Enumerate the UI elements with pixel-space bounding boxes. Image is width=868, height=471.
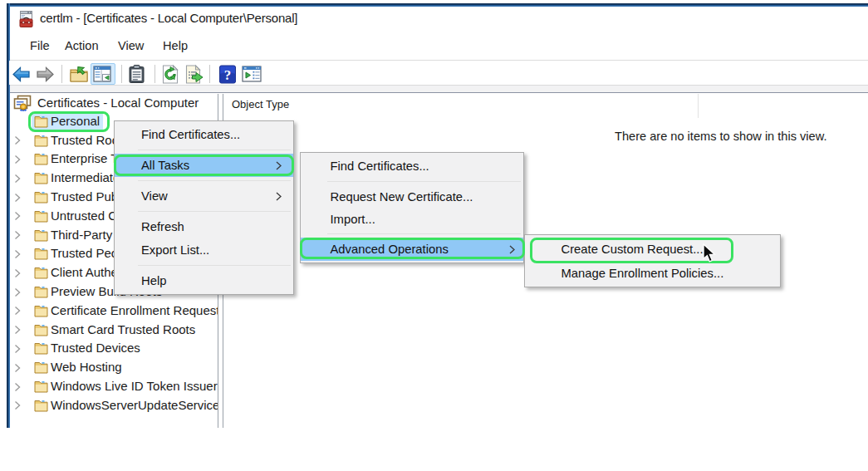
menu-item-label: All Tasks: [141, 159, 189, 172]
menu-item-manage-enrollment-policies[interactable]: Manage Enrollment Policies...: [525, 261, 781, 285]
menubar-item-file[interactable]: File: [30, 37, 50, 55]
advanced-operations-submenu: Create Custom Request...Manage Enrollmen…: [524, 234, 782, 287]
up-one-level-button[interactable]: [69, 64, 89, 85]
menu-separator: [301, 178, 523, 185]
chevron-right-icon[interactable]: [12, 363, 22, 373]
mmc-console-icon: [17, 11, 35, 28]
column-header-divider[interactable]: [698, 94, 699, 118]
folder-icon: [34, 323, 48, 336]
toolbar-separator: [121, 65, 122, 83]
chevron-right-icon[interactable]: [12, 230, 22, 240]
toolbar-separator: [209, 65, 210, 83]
menu-item-label: Help: [141, 274, 166, 287]
menu-separator: [115, 208, 293, 215]
back-button[interactable]: [12, 64, 32, 85]
menu-item-label: Find Certificates...: [331, 159, 429, 173]
window-border-top: [7, 3, 868, 7]
tree-root-label: Certificates - Local Computer: [37, 94, 199, 112]
chevron-right-icon[interactable]: [12, 193, 22, 203]
tree-item-label: Certificate Enrollment Requests: [51, 302, 218, 321]
chevron-right-icon[interactable]: [12, 174, 22, 184]
chevron-right-icon[interactable]: [12, 344, 22, 354]
menubar-item-view[interactable]: View: [118, 37, 144, 55]
folder-icon: [34, 380, 48, 393]
menu-item-view[interactable]: View: [115, 184, 293, 208]
folder-icon: [34, 266, 48, 279]
certlm-window: certlm - [Certificates - Local Computer\…: [0, 0, 868, 471]
menu-item-label: View: [141, 189, 168, 203]
chevron-right-icon[interactable]: [12, 306, 22, 316]
chevron-right-icon[interactable]: [12, 287, 22, 297]
tree-item-windows-live-id-token-issuer[interactable]: Windows Live ID Token Issuer: [10, 377, 218, 396]
forward-button[interactable]: [35, 64, 55, 85]
menu-item-advanced-operations[interactable]: Advanced Operations: [301, 238, 523, 261]
menu-item-label: Refresh: [141, 220, 184, 233]
menu-item-help[interactable]: Help: [115, 269, 293, 292]
menubar-item-help[interactable]: Help: [163, 37, 188, 55]
show-console-tree-button[interactable]: [93, 64, 111, 85]
folder-icon: [34, 171, 48, 184]
menu-item-label: Export List...: [141, 243, 209, 257]
menu-item-label: Import...: [331, 213, 375, 226]
chevron-right-icon[interactable]: [12, 135, 22, 145]
empty-view-message: There are no items to show in this view.: [615, 130, 827, 144]
tree-item-web-hosting[interactable]: Web Hosting: [10, 358, 218, 377]
tree-item-label: Smart Card Trusted Roots: [51, 321, 195, 340]
tree-item-label: WindowsServerUpdateServices: [51, 396, 218, 415]
menu-item-create-custom-request[interactable]: Create Custom Request...: [525, 237, 781, 261]
chevron-right-icon[interactable]: [12, 155, 22, 164]
folder-icon: [34, 190, 48, 204]
chevron-right-icon[interactable]: [12, 268, 22, 278]
menu-item-label: Request New Certificate...: [331, 190, 473, 204]
properties-button[interactable]: [128, 64, 145, 85]
folder-icon: [34, 209, 48, 223]
column-header-object-type[interactable]: Object Type: [232, 97, 289, 112]
tree-item-trusted-devices[interactable]: Trusted Devices: [10, 339, 218, 358]
all-tasks-submenu: Find Certificates...Request New Certific…: [300, 152, 524, 263]
menu-item-export-list[interactable]: Export List...: [115, 238, 293, 262]
menu-item-request-new-certificate[interactable]: Request New Certificate...: [301, 185, 523, 209]
mouse-cursor: [703, 243, 717, 263]
menu-separator: [115, 177, 293, 184]
menu-separator: [301, 230, 523, 238]
show-action-pane-button[interactable]: [242, 64, 262, 85]
tree-item-certificate-enrollment-requests[interactable]: Certificate Enrollment Requests: [10, 302, 218, 321]
toolbar-separator: [61, 65, 62, 83]
folder-icon: [34, 228, 48, 242]
menu-item-refresh[interactable]: Refresh: [115, 215, 293, 238]
menubar-item-action[interactable]: Action: [65, 37, 99, 55]
chevron-right-icon[interactable]: [12, 382, 22, 392]
svg-text:?: ?: [224, 67, 232, 83]
folder-icon: [34, 115, 48, 128]
tree-item-label: Personal: [51, 112, 100, 131]
menu-item-label: Advanced Operations: [331, 243, 449, 256]
chevron-right-icon[interactable]: [12, 400, 22, 410]
menu-item-find-certificates[interactable]: Find Certificates...: [301, 155, 523, 178]
chevron-right-icon[interactable]: [12, 249, 22, 259]
menu-item-all-tasks[interactable]: All Tasks: [115, 154, 293, 177]
certificates-root-icon: [13, 95, 32, 113]
menu-item-find-certificates[interactable]: Find Certificates...: [115, 123, 293, 146]
tree-item-smart-card-trusted-roots[interactable]: Smart Card Trusted Roots: [10, 321, 218, 340]
context-menu: Find Certificates...All TasksViewRefresh…: [114, 120, 294, 295]
menu-separator: [115, 146, 293, 154]
tree-item-label: Trusted Devices: [51, 339, 140, 358]
folder-icon: [34, 152, 48, 165]
help-button[interactable]: ?: [218, 64, 237, 85]
menu-item-label: Manage Enrollment Policies...: [562, 267, 724, 280]
folder-icon: [34, 247, 48, 260]
window-title: certlm - [Certificates - Local Computer\…: [40, 11, 297, 25]
tree-item-windowsserverupdateservices[interactable]: WindowsServerUpdateServices: [10, 396, 218, 415]
menu-item-import[interactable]: Import...: [301, 209, 523, 230]
chevron-right-icon[interactable]: [12, 325, 22, 335]
refresh-button[interactable]: [161, 64, 179, 85]
tree-item-label: Web Hosting: [51, 358, 122, 377]
menu-item-label: Find Certificates...: [141, 128, 240, 141]
export-list-button[interactable]: [184, 64, 204, 85]
folder-icon: [34, 399, 48, 412]
tree-root-certificates[interactable]: Certificates - Local Computer: [10, 94, 218, 112]
folder-icon: [34, 361, 48, 374]
toolbar-lower-strip: [10, 86, 868, 92]
chevron-right-icon[interactable]: [12, 211, 22, 221]
folder-icon: [34, 134, 48, 147]
